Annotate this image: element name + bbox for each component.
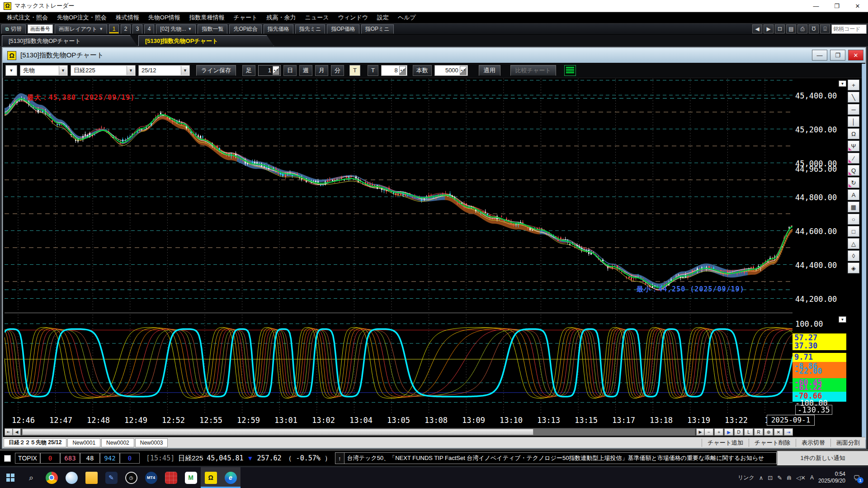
symbol-select[interactable]: 日経225▼: [71, 65, 136, 76]
index-name[interactable]: TOPIX: [15, 453, 40, 464]
zoom-out-button[interactable]: −: [704, 428, 713, 436]
news-ticker-box[interactable]: ↑ 台湾テック50、「NEXT FUNDS TIP FactSet 台湾イノベイ…: [335, 452, 777, 464]
step-end-icon[interactable]: ⇥: [784, 428, 793, 436]
chart-minimize-button[interactable]: —: [812, 50, 827, 61]
toggle-display-button[interactable]: 表示切替: [796, 439, 830, 447]
chart-tab-new0003[interactable]: New0003: [135, 438, 168, 447]
quote-list-icon[interactable]: Q: [848, 165, 859, 176]
chart-canvas[interactable]: [5, 79, 793, 413]
taskbar-app-mt4[interactable]: MT4: [141, 467, 161, 488]
menu-futures-op-order[interactable]: 先物OP注文・照会: [53, 12, 111, 23]
preset-dropdown[interactable]: [02] 先物...▼: [156, 24, 196, 34]
display-tray-icon[interactable]: ⊡: [768, 474, 773, 481]
monitor-icon[interactable]: ⊡: [775, 24, 785, 33]
lock-icon[interactable]: Ʊ: [809, 24, 819, 33]
replay-icon[interactable]: ↻: [848, 177, 859, 188]
start-button[interactable]: [0, 467, 21, 488]
taskbar-app-explorer[interactable]: [81, 467, 101, 488]
clear-icon[interactable]: ✕: [774, 428, 783, 436]
menu-settings[interactable]: 設定: [373, 12, 393, 23]
chart-tab-new0001[interactable]: New0001: [67, 438, 100, 447]
menu-futures-op-info[interactable]: 先物OP情報: [144, 12, 184, 23]
ellipse-tool-icon[interactable]: ○: [848, 214, 859, 225]
taskbar-clock[interactable]: 0:54 2025/09/20: [818, 471, 845, 484]
rectangle-tool-icon[interactable]: □: [848, 226, 859, 237]
eraser-icon[interactable]: ◊: [848, 250, 859, 261]
screen-4-button[interactable]: 4: [144, 24, 154, 34]
taskbar-app-clock[interactable]: ◷: [121, 467, 141, 488]
contract-select[interactable]: 25/12▼: [138, 65, 190, 76]
nav-r-button[interactable]: R: [754, 428, 763, 436]
period-minute-button[interactable]: 分: [331, 65, 344, 76]
notification-center-icon[interactable]: 🗩1: [850, 471, 863, 484]
crosshair-icon[interactable]: +: [848, 80, 859, 90]
trend-channel-icon[interactable]: ∕: [848, 153, 859, 164]
period-month-button[interactable]: 月: [315, 65, 328, 76]
back-icon[interactable]: ◀: [752, 24, 762, 33]
scrollbar-thumb[interactable]: [22, 429, 533, 435]
vertical-line-icon[interactable]: │: [848, 116, 859, 127]
taskbar-app-browser[interactable]: [61, 467, 81, 488]
switch-button[interactable]: ⧉切替: [1, 24, 26, 34]
print-icon[interactable]: ⎙: [797, 24, 807, 33]
taskbar-app-monex-trader[interactable]: Ω: [201, 467, 221, 488]
scroll-left-icon[interactable]: ◀: [13, 428, 21, 436]
axis-settings-dropdown[interactable]: ▼: [839, 80, 846, 87]
alert-bell-icon[interactable]: Ω: [848, 128, 859, 139]
notification-banner[interactable]: 1件の新しい通知: [777, 451, 868, 465]
taskbar-app-chrome[interactable]: [42, 467, 61, 488]
minimize-button[interactable]: —: [806, 0, 826, 12]
keyboard-icon[interactable]: ▤: [786, 24, 796, 33]
taskbar-app-grid[interactable]: [161, 467, 181, 488]
futures-op-summary-button[interactable]: 先OP総合: [229, 24, 261, 34]
bar-count-value[interactable]: 5000▲▼: [434, 65, 468, 76]
menu-stock-info[interactable]: 株式情報: [112, 12, 143, 23]
horizontal-line-icon[interactable]: ─: [848, 104, 859, 115]
scrollbar-track[interactable]: [22, 428, 695, 436]
compare-chart-button[interactable]: 比較チャート: [510, 65, 556, 76]
play-icon[interactable]: ▶: [724, 428, 733, 436]
apply-button[interactable]: 適用: [479, 65, 500, 76]
close-button[interactable]: ✕: [847, 0, 868, 12]
triangle-tool-icon[interactable]: △: [848, 238, 859, 249]
tray-expand-icon[interactable]: ∧: [759, 474, 764, 481]
screen-1-button[interactable]: 1: [109, 24, 119, 34]
futures-mini-button[interactable]: 指先ミニ: [295, 24, 326, 34]
chart-tab-active[interactable]: 日経２２５先物 25/12: [4, 438, 66, 447]
spinner-icon[interactable]: ▲▼: [399, 66, 406, 75]
oscillator-settings-dropdown[interactable]: ▼: [839, 316, 846, 323]
taskbar-app-editor[interactable]: ✎: [101, 467, 121, 488]
search-button[interactable]: ⌕: [21, 467, 42, 488]
chart-window-titlebar[interactable]: Ω [5130]指数先物OPチャート: [3, 48, 865, 63]
taskbar-app-edge[interactable]: e: [221, 467, 241, 488]
eraser-all-icon[interactable]: ◈: [848, 263, 859, 273]
ime-indicator[interactable]: A: [810, 474, 814, 481]
fibonacci-fan-icon[interactable]: Ψ: [848, 141, 859, 151]
workspace-tab-2[interactable]: [5130]指数先物OPチャート: [138, 35, 274, 46]
menu-balance[interactable]: 残高・余力: [263, 12, 300, 23]
restore-button[interactable]: ❐: [826, 0, 847, 12]
menu-news[interactable]: ニュース: [301, 12, 333, 23]
layout-dropdown[interactable]: 画面レイアウト▼: [55, 24, 107, 34]
tick-count-value[interactable]: 8▲▼: [381, 65, 407, 76]
futures-price-button[interactable]: 指先価格: [264, 24, 293, 34]
spinner-icon[interactable]: ▲▼: [460, 66, 467, 75]
taskbar-app-marketspeed[interactable]: M: [181, 467, 201, 488]
menu-chart[interactable]: チャート: [230, 12, 262, 23]
scroll-right-icon[interactable]: ▶: [696, 428, 704, 436]
magnifier-icon[interactable]: ⊕: [764, 428, 773, 436]
period-week-button[interactable]: 週: [299, 65, 312, 76]
spinner-icon[interactable]: ▲▼: [273, 66, 279, 75]
menu-index-sector-info[interactable]: 指数業種情報: [185, 12, 229, 23]
market-select[interactable]: 先物▼: [20, 65, 68, 76]
menu-window[interactable]: ウィンドウ: [334, 12, 372, 23]
menu-help[interactable]: ヘルプ: [394, 12, 420, 23]
network-icon[interactable]: ⋒: [787, 474, 792, 481]
symbol-code-input[interactable]: [831, 24, 867, 34]
ticker-checkbox[interactable]: [4, 455, 11, 462]
price-axis[interactable]: ▼ 45,400.00 45,200.00 45,000.00 44,965.0…: [793, 79, 847, 413]
add-chart-button[interactable]: チャート追加: [702, 439, 749, 447]
screen-3-button[interactable]: 3: [132, 24, 142, 34]
depth-board-icon[interactable]: [564, 65, 576, 76]
split-screen-button[interactable]: 画面分割: [830, 439, 865, 447]
